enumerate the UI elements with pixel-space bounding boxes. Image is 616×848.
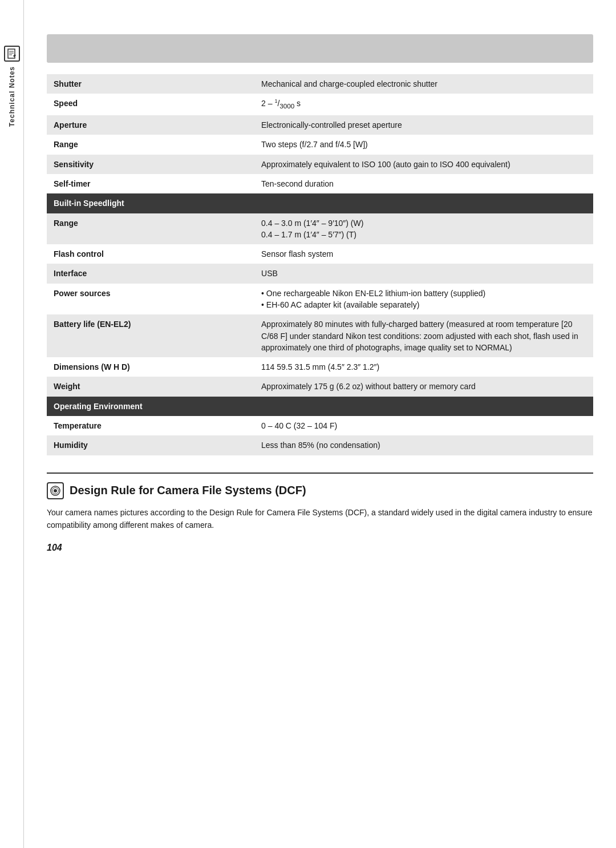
table-row: ShutterMechanical and charge-coupled ele… [47,74,593,94]
spec-value: 0.4 – 3.0 m (1′4″ – 9′10″) (W)0.4 – 1.7 … [254,213,593,245]
main-content: ShutterMechanical and charge-coupled ele… [24,0,616,848]
side-tab-label: Technical Notes [8,66,16,127]
dcf-icon [47,482,64,499]
svg-rect-0 [8,49,15,58]
page-number: 104 [47,543,593,553]
spec-label: Shutter [47,74,254,94]
spec-label: Battery life (EN-EL2) [47,314,254,357]
spec-value: Approximately 175 g (6.2 oz) without bat… [254,377,593,396]
technical-notes-icon [4,46,20,62]
table-row: WeightApproximately 175 g (6.2 oz) witho… [47,377,593,396]
table-row: Range0.4 – 3.0 m (1′4″ – 9′10″) (W)0.4 –… [47,213,593,245]
table-row: Temperature0 – 40 C (32 – 104 F) [47,416,593,435]
table-row: Flash controlSensor flash system [47,244,593,264]
spec-label: Range [47,135,254,154]
spec-value: Electronically-controlled preset apertur… [254,115,593,135]
spec-value: Approximately 80 minutes with fully-char… [254,314,593,357]
spec-value: Ten-second duration [254,174,593,193]
spec-value: 0 – 40 C (32 – 104 F) [254,416,593,435]
top-bar [47,34,593,63]
side-tab: Technical Notes [0,0,24,848]
spec-value: Sensor flash system [254,244,593,264]
table-row: Built-in Speedlight [47,193,593,213]
spec-label: Weight [47,377,254,396]
spec-label: Dimensions (W H D) [47,357,254,377]
spec-label: Flash control [47,244,254,264]
spec-value: 2 – 1/3000 s [254,94,593,115]
table-row: HumidityLess than 85% (no condensation) [47,435,593,455]
spec-label: Range [47,213,254,245]
specs-table: ShutterMechanical and charge-coupled ele… [47,74,593,455]
spec-label: Self-timer [47,174,254,193]
table-row: Power sources• One rechargeable Nikon EN… [47,284,593,315]
spec-label: Speed [47,94,254,115]
table-row: Battery life (EN-EL2)Approximately 80 mi… [47,314,593,357]
spec-label: Aperture [47,115,254,135]
dcf-title-row: Design Rule for Camera File Systems (DCF… [47,482,593,499]
table-row: Operating Environment [47,397,593,416]
spec-value: Approximately equivalent to ISO 100 (aut… [254,155,593,174]
spec-label: Temperature [47,416,254,435]
dcf-title: Design Rule for Camera File Systems (DCF… [70,484,306,497]
dcf-body: Your camera names pictures according to … [47,506,593,532]
spec-value: Two steps (f/2.7 and f/4.5 [W]) [254,135,593,154]
spec-label: Power sources [47,284,254,315]
table-row: Dimensions (W H D)114 59.5 31.5 mm (4.5″… [47,357,593,377]
table-row: SensitivityApproximately equivalent to I… [47,155,593,174]
spec-value: Mechanical and charge-coupled electronic… [254,74,593,94]
table-row: InterfaceUSB [47,264,593,283]
table-row: Self-timerTen-second duration [47,174,593,193]
spec-value: USB [254,264,593,283]
table-row: Speed2 – 1/3000 s [47,94,593,115]
spec-value: • One rechargeable Nikon EN-EL2 lithium-… [254,284,593,315]
page-wrapper: Technical Notes ShutterMechanical and ch… [0,0,616,848]
section-header-cell: Built-in Speedlight [47,193,593,213]
spec-label: Interface [47,264,254,283]
table-row: RangeTwo steps (f/2.7 and f/4.5 [W]) [47,135,593,154]
svg-point-5 [54,489,57,492]
spec-value: 114 59.5 31.5 mm (4.5″ 2.3″ 1.2″) [254,357,593,377]
spec-label: Sensitivity [47,155,254,174]
spec-label: Humidity [47,435,254,455]
table-row: ApertureElectronically-controlled preset… [47,115,593,135]
section-header-cell: Operating Environment [47,397,593,416]
spec-value: Less than 85% (no condensation) [254,435,593,455]
dcf-section: Design Rule for Camera File Systems (DCF… [47,473,593,532]
